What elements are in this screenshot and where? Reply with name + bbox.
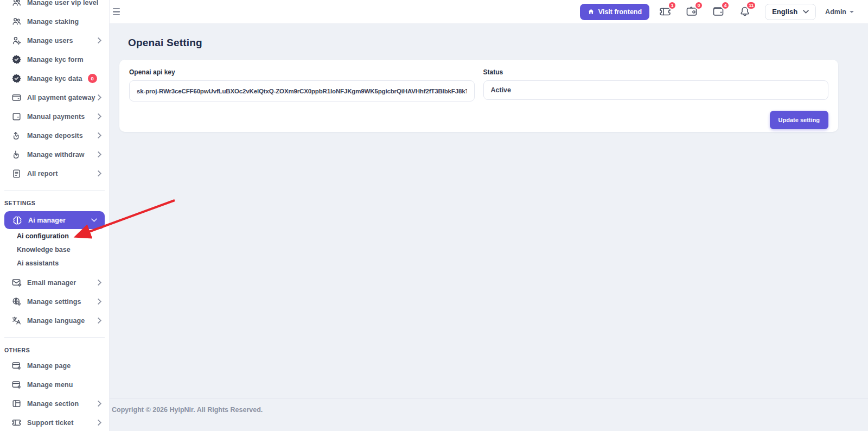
users-icon [11, 16, 22, 27]
chevron-down-icon [91, 217, 97, 223]
user-gear-icon [11, 35, 22, 46]
chevron-right-icon [97, 113, 103, 119]
sidebar-item-manage-staking[interactable]: Manage staking [0, 12, 109, 31]
copyright-text: Copyright © 2026 HyipNir. All Rights Res… [112, 406, 868, 414]
home-icon [588, 8, 595, 15]
sidebar-item-label: Manage page [27, 362, 71, 370]
hamburger-icon[interactable] [113, 6, 125, 18]
mail-gear-icon [11, 277, 22, 288]
sidebar-item-label: Manage withdraw [27, 151, 85, 159]
translate-icon [11, 315, 22, 326]
sidebar-item-email-manager[interactable]: Email manager [0, 273, 109, 292]
ticket-icon[interactable]: 1 [659, 5, 673, 19]
wallet-count-badge: 4 [721, 1, 730, 10]
sidebar-item-label: Manage menu [27, 381, 73, 389]
sidebar: Manage user vip level Manage staking Man… [0, 0, 110, 431]
credit-card-icon [11, 92, 22, 103]
brain-icon [12, 215, 23, 226]
sidebar-section-settings: SETTINGS [0, 191, 109, 209]
sidebar-item-label: Manual payments [27, 113, 85, 121]
sidebar-item-manage-deposits[interactable]: Manage deposits [0, 126, 109, 145]
wallet-icon [11, 111, 22, 122]
withdraw-arrow-down-icon [11, 149, 22, 160]
sidebar-nav: Manage user vip level Manage staking Man… [0, 0, 109, 431]
page-title: Openai Setting [128, 37, 202, 49]
sidebar-item-manage-withdraw[interactable]: Manage withdraw [0, 145, 109, 164]
badge-check-icon [11, 73, 22, 84]
chevron-right-icon [97, 170, 103, 176]
sidebar-item-label: All payment gateway [27, 94, 95, 102]
sidebar-item-label: Manage staking [27, 18, 79, 26]
chevron-right-icon [97, 132, 103, 138]
language-select[interactable]: English [765, 4, 816, 20]
status-select[interactable]: Active [483, 80, 829, 100]
visit-frontend-button[interactable]: Visit frontend [580, 4, 649, 20]
language-value: English [772, 8, 797, 16]
chevron-right-icon [97, 401, 103, 407]
sidebar-item-label: Email manager [27, 279, 76, 287]
sidebar-subitem-ai-configuration[interactable]: Ai configuration [0, 229, 109, 243]
wallet-coin-icon[interactable]: 0 [685, 5, 699, 19]
sidebar-section-others: OTHERS [0, 338, 109, 356]
sidebar-subitem-knowledge-base[interactable]: Knowledge base [0, 243, 109, 256]
layout-icon [11, 398, 22, 409]
sidebar-item-manage-settings[interactable]: Manage settings [0, 292, 109, 311]
chevron-right-icon [97, 318, 103, 324]
page-gear-icon [11, 379, 22, 390]
openai-setting-card: Openai api key Status Active Update sett… [119, 60, 838, 132]
chevron-right-icon [97, 94, 103, 100]
sidebar-item-manual-payments[interactable]: Manual payments [0, 107, 109, 126]
sidebar-item-all-report[interactable]: All report [0, 164, 109, 183]
chevron-right-icon [97, 280, 103, 286]
sidebar-item-all-payment-gateway[interactable]: All payment gateway [0, 88, 109, 107]
chevron-right-icon [97, 420, 103, 426]
notification-count-badge: 11 [746, 1, 756, 10]
sidebar-item-manage-menu[interactable]: Manage menu [0, 375, 109, 394]
chevron-down-icon [803, 9, 809, 15]
badge-check-icon [11, 54, 22, 65]
sidebar-item-manage-users[interactable]: Manage users [0, 31, 109, 50]
sidebar-item-ai-manager[interactable]: Ai manager [4, 211, 105, 229]
sidebar-item-manage-user-vip-level[interactable]: Manage user vip level [0, 0, 109, 12]
sidebar-item-manage-page[interactable]: Manage page [0, 356, 109, 375]
sidebar-item-support-ticket[interactable]: Support ticket [0, 413, 109, 431]
page-gear-icon [11, 360, 22, 371]
sidebar-subitem-ai-assistants[interactable]: Ai assistants [0, 256, 109, 270]
sidebar-item-manage-kyc-form[interactable]: Manage kyc form [0, 50, 109, 69]
sidebar-item-label: Manage deposits [27, 132, 83, 140]
caret-down-icon [850, 11, 854, 13]
sidebar-item-label: Ai manager [28, 217, 66, 224]
bell-icon[interactable]: 11 [738, 5, 752, 19]
sidebar-item-label: Manage user vip level [27, 0, 98, 7]
deposit-arrow-up-icon [11, 130, 22, 141]
admin-menu[interactable]: Admin [825, 8, 854, 16]
sidebar-item-label: Manage section [27, 400, 79, 408]
update-setting-button[interactable]: Update setting [770, 111, 828, 129]
sidebar-item-label: Manage settings [27, 298, 81, 306]
ticket-count-badge: 1 [668, 1, 676, 10]
sidebar-item-manage-section[interactable]: Manage section [0, 394, 109, 413]
users-icon [11, 0, 22, 8]
api-key-input[interactable] [129, 80, 475, 102]
visit-frontend-label: Visit frontend [598, 8, 642, 16]
admin-label: Admin [825, 8, 846, 16]
footer: Copyright © 2026 HyipNir. All Rights Res… [110, 398, 868, 431]
top-header: Visit frontend 1 0 4 11 English Admin [110, 0, 868, 24]
deposit-count-badge: 0 [694, 1, 703, 10]
sidebar-item-label: All report [27, 170, 58, 178]
status-label: Status [483, 68, 829, 76]
chevron-right-icon [97, 299, 103, 305]
sidebar-item-label: Manage users [27, 37, 73, 45]
chevron-right-icon [97, 151, 103, 157]
sidebar-item-manage-language[interactable]: Manage language [0, 311, 109, 330]
wallet-icon[interactable]: 4 [712, 5, 726, 19]
globe-gear-icon [11, 296, 22, 307]
report-icon [11, 168, 22, 179]
sidebar-item-label: Support ticket [27, 419, 73, 427]
sidebar-item-label: Manage language [27, 317, 85, 325]
main-content: Openai Setting Openai api key Status Act… [110, 24, 868, 431]
chevron-right-icon [97, 37, 103, 43]
ticket-icon [11, 417, 22, 428]
sidebar-item-label: Manage kyc data [27, 75, 82, 83]
sidebar-item-manage-kyc-data[interactable]: Manage kyc data 0 [0, 69, 109, 88]
